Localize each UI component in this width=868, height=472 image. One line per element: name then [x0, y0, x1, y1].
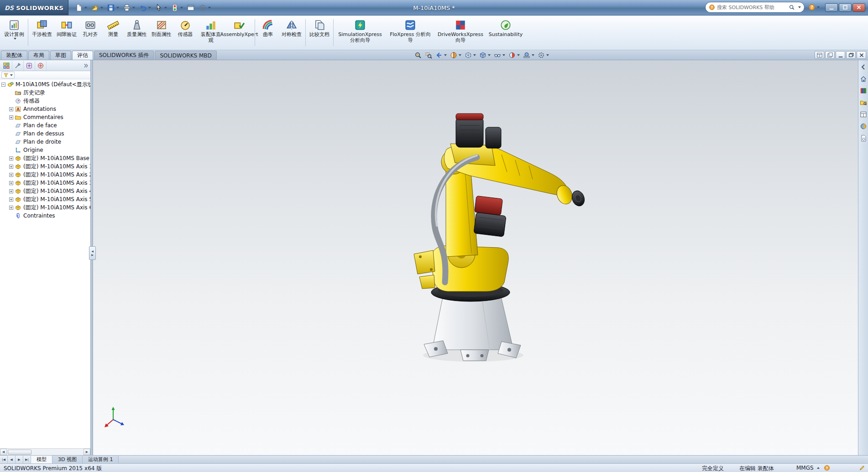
minimize-document-button[interactable] [836, 51, 845, 59]
symmetry-check-button[interactable]: 对称检查 [279, 16, 304, 49]
clearance-verify-button[interactable]: 间隙验证 [54, 16, 79, 49]
save-document-button[interactable] [105, 2, 120, 13]
tree-item[interactable]: 历史记录 [0, 88, 90, 97]
previous-document-tab-button[interactable]: ◀ [8, 456, 16, 463]
last-document-tab-button[interactable]: ▶| [23, 456, 31, 463]
tree-item[interactable]: +(固定) M-10iA10MS Axis 5 [0, 195, 90, 203]
simulationxpress-button[interactable]: SimulationXpress 分析向导 [335, 16, 385, 49]
search-input[interactable] [717, 5, 787, 10]
edit-appearance-button[interactable] [507, 51, 521, 60]
search-caret-icon[interactable] [798, 6, 801, 8]
rebuild-button[interactable] [169, 2, 184, 13]
hole-alignment-button[interactable]: 孔对齐 [79, 16, 102, 49]
section-view-button[interactable] [449, 51, 463, 60]
tab-sketch[interactable]: 草图 [50, 51, 71, 60]
tree-item[interactable]: +(固定) M-10iA10MS Axis 4 [0, 187, 90, 195]
expand-task-pane-tab[interactable] [859, 63, 868, 71]
tab-evaluate[interactable]: 评估 [72, 51, 93, 60]
tree-plus-expander-icon[interactable]: + [9, 189, 13, 193]
minimize-window-button[interactable] [825, 3, 838, 12]
zoom-to-area-button[interactable] [424, 51, 434, 60]
tree-item[interactable]: +(固定) M-10iA10MS Axis 2 [0, 171, 90, 179]
featuremanager-tab[interactable] [1, 61, 12, 71]
filter-button[interactable] [1, 72, 15, 78]
tab-motion-study-1[interactable]: 运动算例 1 [83, 456, 119, 463]
apply-scene-button[interactable] [522, 51, 536, 60]
design-library-tab[interactable] [859, 87, 868, 95]
print-document-button[interactable] [121, 2, 136, 13]
tree-item[interactable]: 传感器 [0, 97, 90, 105]
tab-model[interactable]: 模型 [31, 456, 52, 463]
first-document-tab-button[interactable]: |◀ [0, 456, 8, 463]
solidworks-resources-tab[interactable] [859, 75, 868, 83]
sustainability-button[interactable]: Sustainability [486, 16, 526, 49]
tree-item[interactable]: Plan de droite [0, 138, 90, 146]
open-document-button[interactable] [89, 2, 105, 13]
view-palette-tab[interactable] [859, 110, 868, 119]
design-study-button[interactable]: 设计算例 [2, 16, 26, 49]
driveworksxpress-button[interactable]: DriveWorksXpress 向导 [435, 16, 486, 49]
tree-item[interactable]: Plan de face [0, 121, 90, 130]
graphics-area[interactable] [93, 60, 858, 455]
tile-windows-button[interactable] [815, 51, 824, 59]
robot-model[interactable] [392, 104, 593, 368]
close-document-button[interactable] [857, 51, 866, 59]
more-panel-tabs-button[interactable] [81, 61, 90, 71]
tree-item[interactable]: +(固定) M-10iA10MS Axis 1 [0, 162, 90, 171]
tree-item[interactable]: Plan de dessus [0, 130, 90, 138]
tree-minus-expander-icon[interactable]: − [1, 83, 5, 87]
tree-plus-expander-icon[interactable]: + [9, 197, 13, 202]
tree-plus-expander-icon[interactable]: + [9, 115, 13, 119]
next-document-tab-button[interactable]: ▶ [16, 456, 23, 463]
units-selector[interactable]: MMGS [796, 465, 820, 471]
search-help-icon[interactable]: ? [709, 4, 715, 10]
tab-layout[interactable]: 布局 [28, 51, 49, 60]
tree-item[interactable]: +Commentaires [0, 113, 90, 121]
maximize-window-button[interactable] [839, 3, 852, 12]
tree-plus-expander-icon[interactable]: + [9, 173, 13, 177]
display-style-button[interactable] [478, 51, 492, 60]
options-button[interactable] [197, 2, 212, 13]
hide-show-items-button[interactable] [492, 51, 507, 60]
appearances-scenes-tab[interactable] [859, 122, 868, 130]
section-properties-button[interactable]: 剖面属性 [149, 16, 174, 49]
view-settings-button[interactable] [536, 51, 550, 60]
tab-solidworks-addins[interactable]: SOLIDWORKS 插件 [94, 51, 154, 60]
previous-view-button[interactable] [434, 51, 448, 60]
undo-button[interactable] [137, 2, 152, 13]
floxpress-button[interactable]: FloXpress 分析向导 [385, 16, 435, 49]
mass-properties-button[interactable]: 质量属性 [125, 16, 149, 49]
scroll-right-button[interactable]: ▶ [84, 449, 90, 455]
custom-properties-tab[interactable] [859, 134, 868, 142]
compare-documents-button[interactable]: 比较文档 [307, 16, 332, 49]
tree-plus-expander-icon[interactable]: + [9, 107, 13, 111]
tree-item[interactable]: Origine [0, 146, 90, 154]
tree-item[interactable]: +(固定) M-10iA10MS Axis 3 [0, 179, 90, 187]
search-icon[interactable] [789, 4, 795, 10]
restore-document-button[interactable] [846, 51, 856, 59]
curvature-button[interactable]: 曲率 [256, 16, 279, 49]
tree-root[interactable]: −M-10iA10MS (Défaut<显示状 [0, 80, 90, 88]
scroll-left-button[interactable]: ◀ [0, 449, 7, 455]
interference-check-button[interactable]: 干涉检查 [30, 16, 54, 49]
zoom-to-fit-button[interactable] [413, 51, 423, 60]
tree-plus-expander-icon[interactable]: + [9, 165, 13, 169]
dimxpertmanager-tab[interactable] [35, 61, 47, 71]
file-properties-button[interactable] [185, 2, 196, 13]
tree-plus-expander-icon[interactable]: + [9, 156, 13, 161]
measure-button[interactable]: 测量 [102, 16, 125, 49]
tree-item[interactable]: +AAnnotations [0, 105, 90, 113]
tree-plus-expander-icon[interactable]: + [9, 206, 13, 210]
tab-3d-views[interactable]: 3D 视图 [52, 456, 83, 463]
propertymanager-tab[interactable] [12, 61, 24, 71]
new-document-button[interactable] [73, 2, 89, 13]
tab-assembly[interactable]: 装配体 [1, 51, 27, 60]
file-explorer-tab[interactable] [859, 99, 868, 107]
assembly-xpert-button[interactable]: AssemblyXpert [225, 16, 253, 49]
help-button[interactable]: ? [807, 2, 821, 13]
panel-splitter-handle[interactable]: ◀ ▶ [89, 246, 96, 260]
tab-solidworks-mbd[interactable]: SOLIDWORKS MBD [155, 51, 216, 60]
tree-item[interactable]: +(固定) M-10iA10MS Axis 6 [0, 203, 90, 212]
configurationmanager-tab[interactable] [24, 61, 35, 71]
select-button[interactable] [153, 2, 168, 13]
